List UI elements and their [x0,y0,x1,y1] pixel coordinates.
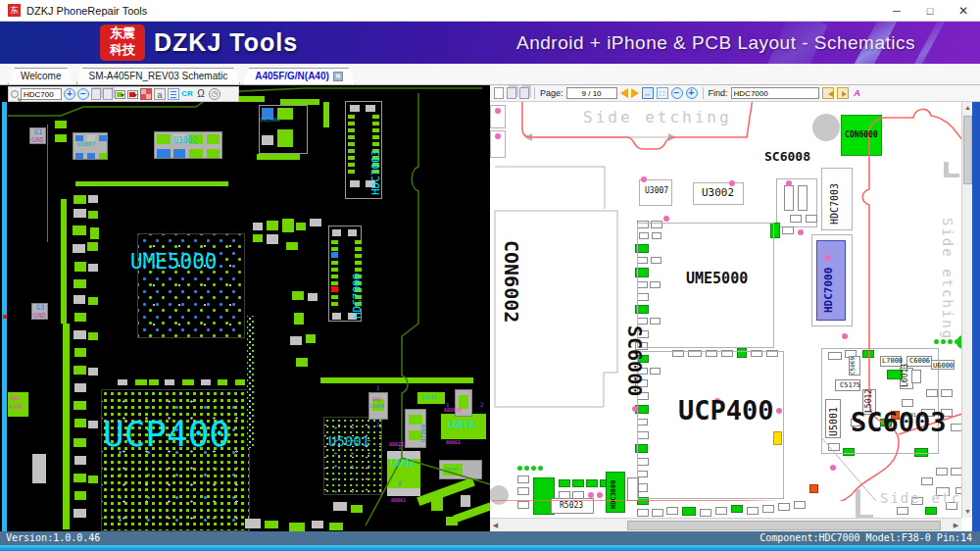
pcb-component [88,211,98,219]
sch-label: CON6000 [845,131,878,139]
pin-marker [786,180,792,186]
pcb-component [332,313,341,320]
maximize-button[interactable]: □ [913,0,947,22]
vertical-scrollbar[interactable]: ▲ ▼ [961,102,972,518]
pcb-layout-panel[interactable]: +−aCRΩ◷ U3007U3002OSC2000HDC7003HDC7000U… [0,85,490,531]
history-button[interactable]: ◷ [209,88,220,100]
find-next-button[interactable] [837,87,849,99]
pcb-component [74,279,86,288]
paste-page-button[interactable] [519,87,529,99]
green-color-picker[interactable] [115,90,125,99]
label-toggle-button[interactable]: a [154,88,166,100]
pcb-label: G3 [36,305,44,312]
red-color-picker[interactable] [127,90,138,99]
prev-page-button[interactable] [620,88,628,98]
pcb-component [55,134,67,142]
highlight-all-button[interactable]: A [852,87,863,99]
find-prev-button[interactable] [822,87,834,99]
pcb-label: G1 [34,129,42,136]
minimize-button[interactable]: ─ [880,0,913,22]
close-button[interactable]: ✕ [947,0,980,22]
pcb-component [173,149,185,158]
pcb-component [262,135,273,145]
pcb-component [312,521,323,528]
tab-close-icon[interactable]: ✕ [333,72,343,81]
copy-top-button[interactable] [91,88,101,100]
pcb-component [218,379,227,385]
tab-sm-a405fn-rev03-schematic[interactable]: SM-A405FN_REV03 Schematic [76,68,241,84]
pcb-component [74,295,85,304]
copy-page-button[interactable] [507,87,516,99]
tab-welcome[interactable]: Welcome [8,68,74,84]
tab-a405f-g-n-a40-[interactable]: A405F/G/N(A40)✕ [242,68,356,84]
pin-marker [632,406,638,412]
cr-filter-button[interactable]: CR [181,88,193,100]
header-tagline: Android + iPhone & PCB Layout - Schemati… [516,32,915,54]
pcb-label: HDC7000 [352,274,363,319]
pcb-label: 1 [398,444,402,450]
pcb-label: 888888 [444,408,462,413]
pcb-component [320,377,473,383]
pcb-component [32,454,46,483]
sch-label: L7000 [882,358,903,365]
sch-label: C5175 [840,382,860,389]
title-bar[interactable]: 东震 DZKJ PhoneRepair Tools ─ □ ✕ [0,0,980,22]
fit-width-button[interactable]: ↔ [642,87,654,99]
tab-label: SM-A405FN_REV03 Schematic [89,69,228,84]
mount-hole [490,485,509,505]
sch-label: U3007 [645,187,668,195]
hscroll-thumb[interactable] [627,521,941,530]
resistance-button[interactable]: Ω [195,88,207,100]
test-point [934,339,939,344]
component-status-text: Component:HDC7000 Model:F38-0 Pin:14 [760,531,972,545]
new-page-icon[interactable] [494,87,504,99]
pcb-search-input[interactable] [21,88,62,100]
zoom-in-button[interactable]: + [686,87,698,99]
pcb-label: GND [33,313,46,320]
sch-component [806,215,817,223]
pcb-component [331,252,338,258]
tab-bar: WelcomeSM-A405FN_REV03 SchematicA405F/G/… [0,64,980,85]
sch-component [637,509,649,517]
scroll-right-arrow[interactable]: ▶ [951,520,961,531]
sch-label: SC6008 [764,150,810,163]
sch-label: SC6000 [625,326,645,396]
schematic-canvas[interactable]: Side etchingSide etchingSide etchingCON6… [490,85,964,531]
pcb-component [182,379,194,385]
horizontal-scrollbar[interactable]: ◀ ▶ [490,518,961,531]
component-list-button[interactable] [168,88,179,100]
zoom-out-button[interactable]: − [77,88,89,100]
fit-page-button[interactable]: ⛶ [657,87,668,99]
sch-component [782,226,794,234]
sch-label: Side etching [583,110,732,125]
pcb-label: L5012 [391,460,415,468]
grid-color-button[interactable] [140,88,152,100]
vscroll-thumb[interactable] [963,116,972,184]
pcb-component [149,379,159,385]
search-icon[interactable] [11,90,19,98]
copy-bottom-button[interactable] [103,88,113,100]
pcb-component [348,229,357,236]
zoom-out-button[interactable]: − [671,87,683,99]
zoom-in-button[interactable]: + [64,88,75,100]
pcb-canvas[interactable]: U3007U3002OSC2000HDC7003HDC7000UME5000UC… [0,85,490,531]
sch-label: Side etching [941,218,955,340]
sch-component [715,507,727,515]
pcb-component [366,105,375,112]
page-input[interactable] [566,87,617,99]
pcb-component [118,379,127,385]
schematic-panel[interactable]: Page:↔⛶−+Find:A Side etchingSide etching… [490,85,980,531]
scroll-left-arrow[interactable]: ◀ [490,520,501,531]
pcb-component [245,519,261,528]
pcb-label: 4396 [9,404,23,410]
pin-marker [830,465,836,471]
pcb-component [74,419,86,427]
next-page-button[interactable] [631,88,639,98]
pcb-component [333,502,347,511]
pcb-component [74,195,86,204]
find-input[interactable] [731,87,819,99]
pcb-component [332,229,341,236]
pcb-label: U3002 [173,137,197,145]
pcb-component [331,286,338,292]
sch-component [809,484,818,493]
